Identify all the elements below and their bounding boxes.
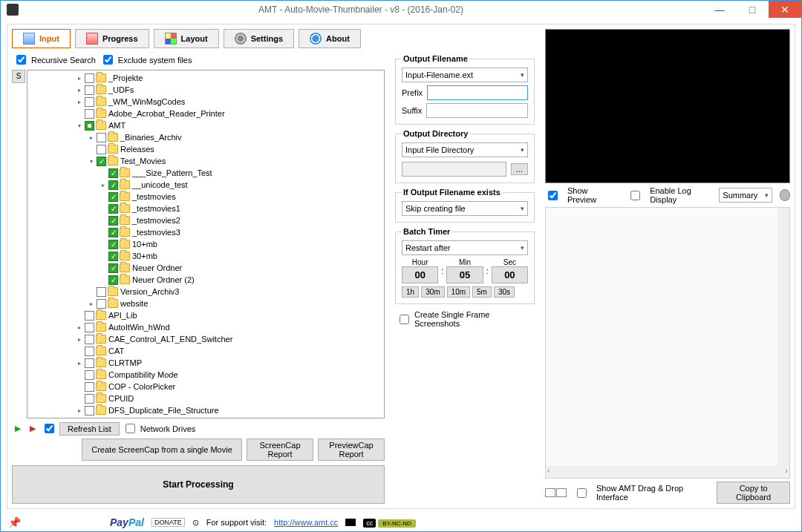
tree-node[interactable]: CPUID <box>27 393 384 404</box>
tree-node[interactable]: API_Lib <box>27 309 384 321</box>
tree-checkbox[interactable] <box>108 275 118 285</box>
batch-mode-combo[interactable]: Restart after▾ <box>402 240 528 255</box>
network-drives-checkbox[interactable] <box>125 424 135 433</box>
tree-node[interactable]: ▸_Binaries_Archiv <box>27 131 384 143</box>
tab-settings[interactable]: Settings <box>224 29 294 48</box>
tree-node[interactable]: ▸DFS_Duplicate_File_Structure <box>27 404 384 416</box>
quick-30s[interactable]: 30s <box>494 286 515 298</box>
directory-tree[interactable]: ▸_Projekte▸_UDFs▸_WM_WinMsgCodesAdobe_Ac… <box>27 70 385 418</box>
tree-checkbox[interactable] <box>108 204 118 214</box>
tree-node[interactable]: ▸_Projekte <box>27 72 384 84</box>
tree-checkbox[interactable] <box>85 406 94 416</box>
log-area[interactable]: ‹› <box>545 207 790 479</box>
tree-node[interactable]: _testmovies1 <box>27 203 384 214</box>
tree-checkbox[interactable] <box>85 358 94 368</box>
tree-checkbox[interactable] <box>97 287 106 297</box>
expand-icon[interactable]: ▾ <box>87 157 95 165</box>
collapse-all-icon[interactable]: ▶ <box>27 423 39 435</box>
drag-drop-checkbox[interactable] <box>577 488 587 498</box>
browse-button[interactable]: ... <box>511 163 528 175</box>
tree-node[interactable]: ___Size_Pattern_Test <box>27 167 384 179</box>
tree-checkbox[interactable] <box>108 228 118 237</box>
maximize-button[interactable]: □ <box>736 1 769 18</box>
tree-node[interactable]: ▸CAE_Control_ALT_END_Switcher <box>27 333 384 345</box>
quick-30m[interactable]: 30m <box>421 286 444 298</box>
quick-1h[interactable]: 1h <box>402 286 419 298</box>
tree-node[interactable]: ▸CLRTMP <box>27 357 384 369</box>
expand-icon[interactable]: ▸ <box>75 86 83 94</box>
tree-checkbox[interactable] <box>85 370 94 380</box>
donate-badge[interactable]: DONATE <box>151 518 185 527</box>
tree-checkbox[interactable] <box>85 347 94 356</box>
tree-node[interactable]: ▾Test_Movies <box>27 155 384 167</box>
refresh-list-button[interactable]: Refresh List <box>59 422 120 436</box>
tree-checkbox[interactable] <box>108 240 118 249</box>
tree-node[interactable]: ▾AMT <box>27 119 384 131</box>
tab-input[interactable]: Input <box>12 29 71 48</box>
prefix-input[interactable] <box>427 85 528 100</box>
tree-checkbox[interactable] <box>108 168 118 178</box>
tree-checkbox[interactable] <box>85 85 94 95</box>
tree-checkbox[interactable] <box>97 299 106 309</box>
tree-checkbox[interactable] <box>85 121 94 131</box>
tree-checkbox[interactable] <box>108 180 118 190</box>
s-button[interactable]: S <box>12 70 25 83</box>
screencap-report-button[interactable]: ScreenCap Report <box>247 439 313 461</box>
tree-checkbox[interactable] <box>85 97 94 107</box>
expand-icon[interactable]: ▾ <box>75 122 83 130</box>
tree-node[interactable]: ▸_WM_WinMsgCodes <box>27 96 384 108</box>
output-filename-combo[interactable]: Input-Filename.ext▾ <box>402 68 528 82</box>
tree-checkbox-toggle[interactable] <box>45 424 54 433</box>
tree-checkbox[interactable] <box>85 394 94 404</box>
tree-checkbox[interactable] <box>85 335 94 344</box>
tree-node[interactable]: CAT <box>27 345 384 357</box>
scrollbar-vertical[interactable] <box>777 208 789 466</box>
batch-min[interactable]: 05 <box>446 266 483 283</box>
tree-node[interactable]: _testmovies3 <box>27 226 384 238</box>
console-icon[interactable] <box>345 519 356 526</box>
minimize-button[interactable]: — <box>703 1 736 18</box>
expand-icon[interactable]: ▸ <box>87 134 95 142</box>
tree-checkbox[interactable] <box>108 263 118 273</box>
tree-checkbox[interactable] <box>108 216 118 226</box>
single-frame-checkbox[interactable] <box>400 315 409 324</box>
tree-node[interactable]: Adobe_Acrobat_Reader_Printer <box>27 108 384 119</box>
expand-all-icon[interactable]: ▶ <box>12 423 24 435</box>
tree-node[interactable]: ▸__unicode_test <box>27 179 384 191</box>
tree-checkbox[interactable] <box>85 109 94 119</box>
tree-node[interactable]: _testmovies <box>27 191 384 203</box>
tree-node[interactable]: ▸AutoItWin_hWnd <box>27 321 384 333</box>
pin-icon[interactable]: 📌 <box>8 516 21 528</box>
expand-icon[interactable]: ▸ <box>75 324 83 332</box>
expand-icon[interactable]: ▸ <box>75 407 83 415</box>
tree-checkbox[interactable] <box>97 133 106 142</box>
tree-checkbox[interactable] <box>85 311 94 321</box>
tree-checkbox[interactable] <box>85 323 94 332</box>
close-button[interactable]: ✕ <box>769 1 801 18</box>
tree-node[interactable]: Neuer Ordner (2) <box>27 274 384 286</box>
copy-clipboard-button[interactable]: Copy to Clipboard <box>717 482 790 504</box>
tree-node[interactable]: Version_Archiv3 <box>27 286 384 298</box>
expand-icon[interactable]: ▸ <box>99 181 107 189</box>
tree-node[interactable]: ▸_UDFs <box>27 84 384 96</box>
tab-progress[interactable]: Progress <box>75 29 149 48</box>
enable-log-checkbox[interactable] <box>630 191 640 200</box>
tab-layout[interactable]: Layout <box>154 29 219 48</box>
support-link[interactable]: http://www.amt.cc <box>274 518 338 527</box>
tab-about[interactable]: About <box>299 29 361 48</box>
previewcap-report-button[interactable]: PreviewCap Report <box>318 439 385 461</box>
batch-hour[interactable]: 00 <box>402 266 438 283</box>
suffix-input[interactable] <box>426 103 528 118</box>
batch-sec[interactable]: 00 <box>492 266 528 283</box>
create-screencap-single-button[interactable]: Create ScreenCap from a single Movie <box>82 439 242 461</box>
tree-node[interactable]: COP - ColorPicker <box>27 381 384 393</box>
tree-checkbox[interactable] <box>108 252 118 261</box>
output-directory-combo[interactable]: Input File Directory▾ <box>402 142 528 157</box>
expand-icon[interactable]: ▸ <box>75 74 83 82</box>
tree-node[interactable]: Neuer Ordner <box>27 262 384 274</box>
start-processing-button[interactable]: Start Processing <box>12 465 385 504</box>
expand-icon[interactable]: ▸ <box>87 300 95 308</box>
tree-node[interactable]: Compatibility Mode <box>27 369 384 381</box>
tree-checkbox[interactable] <box>85 382 94 392</box>
expand-icon[interactable]: ▸ <box>75 359 83 367</box>
